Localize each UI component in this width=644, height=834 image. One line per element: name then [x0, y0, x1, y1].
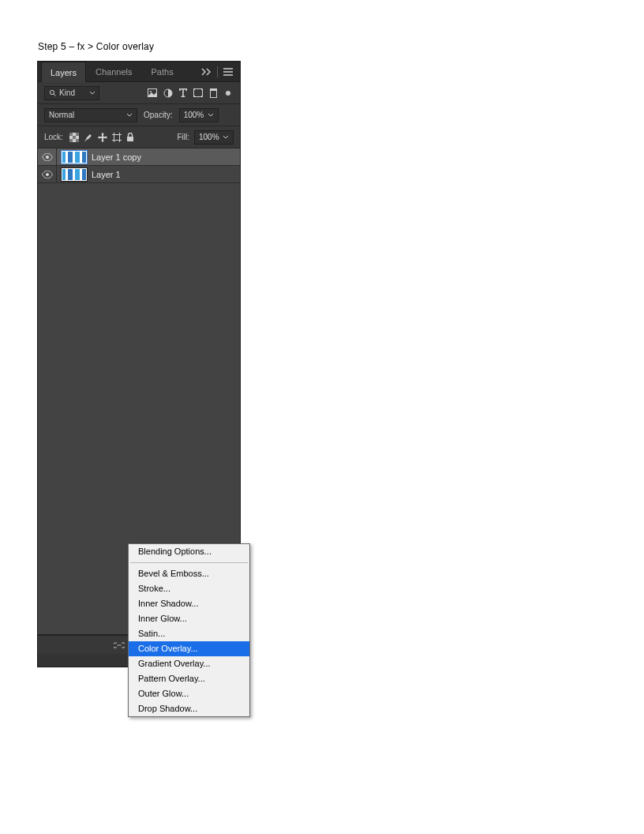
layer-name: Layer 1	[92, 170, 121, 179]
lock-move-icon[interactable]	[98, 133, 107, 142]
fx-menu-item[interactable]: Inner Glow...	[129, 611, 249, 626]
svg-rect-7	[201, 88, 203, 90]
svg-rect-16	[69, 139, 73, 142]
search-icon	[49, 89, 56, 96]
svg-rect-14	[76, 133, 79, 136]
svg-point-28	[46, 156, 49, 159]
opacity-value: 100%	[184, 111, 204, 119]
fx-menu-item[interactable]: Bevel & Emboss...	[129, 566, 249, 581]
opacity-input[interactable]: 100%	[179, 108, 219, 122]
tab-paths[interactable]: Paths	[142, 62, 183, 81]
fx-menu-item[interactable]: Color Overlay...	[129, 641, 249, 656]
filter-image-icon[interactable]	[148, 88, 157, 97]
filter-type-icon[interactable]	[179, 88, 187, 97]
fx-menu-item[interactable]: Inner Shadow...	[129, 596, 249, 611]
blend-mode-value: Normal	[49, 111, 74, 119]
lock-label: Lock:	[44, 133, 63, 141]
opacity-label: Opacity:	[144, 111, 173, 119]
fx-menu-item[interactable]: Gradient Overlay...	[129, 656, 249, 671]
svg-point-3	[150, 91, 152, 92]
panel-tabs: Layers Channels Paths	[38, 62, 240, 82]
chevron-down-icon	[208, 113, 214, 118]
tab-channels[interactable]: Channels	[86, 62, 141, 81]
fx-menu-item[interactable]: Stroke...	[129, 581, 249, 596]
blend-row: Normal Opacity: 100%	[38, 104, 240, 126]
fx-menu-item[interactable]: Drop Shadow...	[129, 701, 249, 716]
panel-menu-icon[interactable]	[219, 62, 237, 82]
layer-row[interactable]: Layer 1 copy	[38, 148, 240, 166]
filter-row: Kind	[38, 82, 240, 104]
visibility-toggle[interactable]	[38, 148, 57, 165]
menu-separator	[130, 562, 248, 563]
link-icon[interactable]	[114, 641, 125, 649]
lock-transparent-icon[interactable]	[69, 133, 79, 142]
lock-all-icon[interactable]	[126, 133, 134, 142]
fx-menu-group2: Bevel & Emboss...Stroke...Inner Shadow..…	[129, 566, 249, 716]
filter-kind-select[interactable]: Kind	[44, 86, 99, 100]
layer-row[interactable]: Layer 1	[38, 166, 240, 183]
svg-point-29	[46, 173, 49, 176]
svg-line-1	[54, 94, 56, 96]
svg-rect-18	[114, 134, 119, 140]
blend-mode-select[interactable]: Normal	[44, 108, 137, 122]
filter-toggle-icon[interactable]	[226, 91, 230, 96]
fill-value: 100%	[199, 133, 219, 141]
fx-menu-item[interactable]: Outer Glow...	[129, 686, 249, 701]
lock-artboard-icon[interactable]	[112, 133, 122, 142]
layer-name: Layer 1 copy	[92, 152, 141, 162]
fx-menu-item[interactable]: Pattern Overlay...	[129, 671, 249, 686]
layers-list: Layer 1 copy Layer 1	[38, 148, 240, 183]
chevron-down-icon	[126, 113, 133, 118]
svg-rect-5	[194, 89, 203, 97]
filter-kind-label: Kind	[59, 88, 75, 97]
svg-rect-9	[201, 96, 203, 97]
layer-thumbnail	[62, 168, 87, 181]
tab-layers[interactable]: Layers	[41, 62, 86, 82]
svg-rect-13	[69, 133, 73, 136]
expand-icon[interactable]	[198, 62, 215, 82]
filter-adjustment-icon[interactable]	[163, 88, 173, 98]
fx-menu-item[interactable]: Blending Options...	[129, 544, 249, 559]
svg-rect-11	[211, 88, 217, 91]
filter-shape-icon[interactable]	[193, 88, 203, 97]
lock-row: Lock: Fill: 100%	[38, 126, 240, 148]
svg-rect-27	[127, 137, 133, 141]
fill-input[interactable]: 100%	[194, 130, 234, 145]
svg-point-0	[50, 90, 54, 94]
svg-rect-15	[73, 136, 76, 139]
filter-smartobject-icon[interactable]	[209, 88, 218, 98]
lock-brush-icon[interactable]	[84, 133, 93, 142]
svg-rect-17	[76, 139, 79, 142]
fill-label: Fill:	[177, 133, 189, 141]
fx-menu-item[interactable]: Satin...	[129, 626, 249, 641]
layers-panel: Layers Channels Paths Kind	[38, 62, 240, 667]
chevron-down-icon	[223, 135, 229, 140]
visibility-toggle[interactable]	[38, 166, 57, 182]
page-caption: Step 5 – fx > Color overlay	[38, 41, 154, 52]
fx-menu-group1: Blending Options...	[129, 544, 249, 559]
chevron-down-icon	[89, 91, 95, 96]
svg-rect-8	[193, 96, 195, 97]
svg-rect-6	[193, 88, 195, 90]
fx-menu: Blending Options... Bevel & Emboss...Str…	[128, 543, 250, 717]
layer-thumbnail	[62, 151, 87, 163]
